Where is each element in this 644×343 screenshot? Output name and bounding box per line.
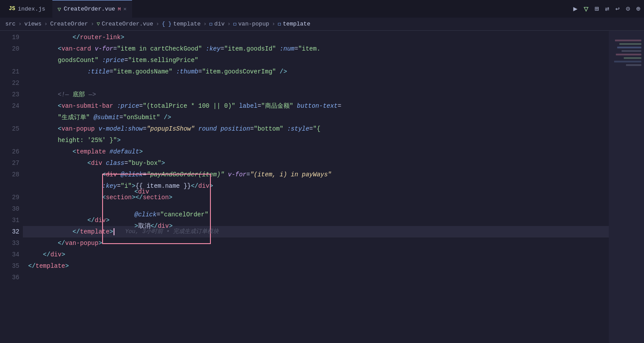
toolbar-actions: ▶ ▽ ⊞ ⇄ ↩ ⊙ ⊕ [573,4,640,14]
code-line-21: :title="item.goodsName" :thumb="item.goo… [23,66,609,77]
ln-31: 31 [4,215,19,226]
code-line-19: </router-link> [23,32,609,43]
sep-6: › [227,21,231,27]
vite-icon: ▽ [584,4,589,14]
ln-27: 27 [4,157,19,169]
code-line-22 [23,77,609,89]
breadcrumb: src › views › CreateOrder › ▽ CreateOrde… [0,18,644,31]
editor: 19 20 21 22 23 24 25 26 27 28 29 30 31 3… [0,31,644,343]
ln-30: 30 [4,203,19,215]
code-line-25-cont: height: '25%' }" > [23,135,609,146]
sep-5: › [203,21,207,27]
breadcrumb-vanpopup-icon: ◻ [233,21,236,27]
breadcrumb-src: src [5,21,15,27]
ln-22: 22 [4,77,19,89]
plus-icon[interactable]: ⊕ [636,4,640,13]
minimap-content [609,31,644,343]
vue-icon: ▽ [58,6,61,13]
code-area[interactable]: </router-link> <van-card v-for="item in … [23,31,609,343]
ln-33: 33 [4,237,19,249]
ln-24-cont [4,112,19,123]
breadcrumb-vue-icon: ▽ [97,21,100,27]
sep-2: › [44,21,48,27]
back-icon[interactable]: ↩ [615,4,620,13]
ln-36: 36 [4,272,19,283]
breadcrumb-views: views [24,21,41,27]
code-line-25: <van-popup v-model:show="popupIsShow" ro… [23,123,609,135]
ln-23: 23 [4,89,19,100]
code-line-34: </div> [23,249,609,260]
ln-29: 29 [4,192,19,203]
layout-icon[interactable]: ⊞ [595,4,599,13]
line-numbers: 19 20 21 22 23 24 25 26 27 28 29 30 31 3… [0,31,23,343]
breadcrumb-div-icon: ◻ [210,21,213,27]
code-line-30: <div @click="cancelOrder" >取消</div> [23,203,609,215]
sep-4: › [156,21,159,27]
code-line-20: <van-card v-for="item in cartCheckGood" … [23,43,609,55]
js-icon: JS [9,6,15,12]
ln-20: 20 [4,43,19,55]
ln-20-cont [4,55,19,66]
ln-28-cont [4,180,19,192]
breadcrumb-file: CreateOrder.vue [102,21,153,27]
breadcrumb-div: div [214,21,224,27]
git-blame: You, 3小时前 • 完成生成订单模块 [125,226,219,237]
title-bar: JS index.js ▽ CreateOrder.vue M ✕ ▶ ▽ ⊞ … [0,0,644,18]
code-line-36 [23,272,609,283]
tab-label-createorder: CreateOrder.vue [64,6,115,12]
code-line-26: <template #default > [23,146,609,157]
ln-25-cont [4,135,19,146]
run-icon[interactable]: ▶ [573,4,578,13]
breadcrumb-createorder: CreateOrder [50,21,88,27]
code-line-35: </template> [23,260,609,272]
sep-7: › [272,21,276,27]
code-line-27: <div class="buy-box" > [23,157,609,169]
ln-25: 25 [4,123,19,135]
breadcrumb-template2: template [283,21,310,27]
breadcrumb-template-icon-1: { } [162,21,172,27]
circle-icon[interactable]: ⊙ [626,4,630,13]
ln-19: 19 [4,32,19,43]
tab-index-js[interactable]: JS index.js [4,0,51,18]
ln-24: 24 [4,100,19,112]
ln-28: 28 [4,169,19,180]
branch-icon[interactable]: ⇄ [605,4,609,13]
text-cursor [114,228,114,235]
ln-26: 26 [4,146,19,157]
code-line-20-cont: goodsCount" :price="item.sellingPrice" [23,55,609,66]
minimap[interactable] [609,31,644,343]
ln-21: 21 [4,66,19,77]
tab-create-order-vue[interactable]: ▽ CreateOrder.vue M ✕ [52,0,132,18]
breadcrumb-vanpopup: van-popup [238,21,269,27]
close-tab-button[interactable]: ✕ [123,6,126,12]
ln-34: 34 [4,249,19,260]
code-line-24-cont: "生成订单" @submit="onSubmit" /> [23,112,609,123]
sep-3: › [91,21,94,27]
sep-1: › [18,21,22,27]
code-line-23: <!— 底部 —> [23,89,609,100]
breadcrumb-template1: template [173,21,200,27]
code-line-24: <van-submit-bar :price="(totalPrice * 10… [23,100,609,112]
code-line-32: </template> You, 3小时前 • 完成生成订单模块 [23,226,609,237]
ln-35: 35 [4,260,19,272]
ln-32: 32 [4,226,19,237]
tab-label-index: index.js [18,6,45,12]
breadcrumb-template-icon-2: ◻ [278,21,281,27]
modified-indicator: M [118,7,121,12]
